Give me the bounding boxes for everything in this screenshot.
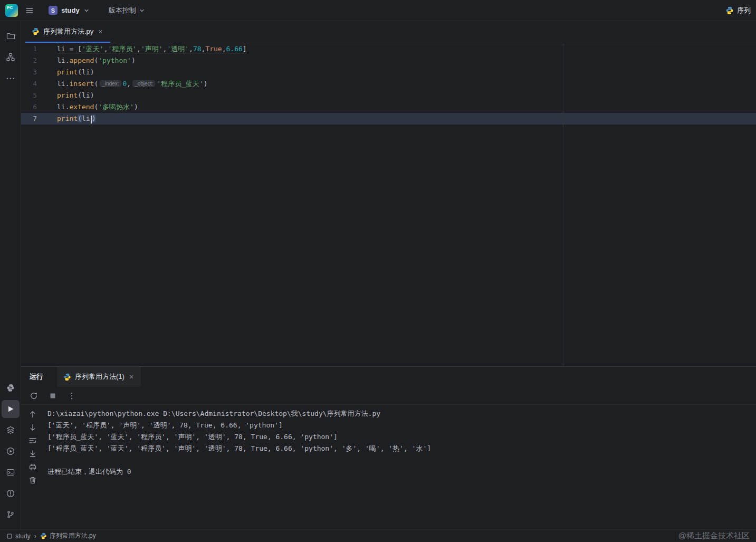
jump-up-button[interactable] xyxy=(28,410,37,419)
code-token: , xyxy=(189,45,193,53)
code-token: print xyxy=(57,115,78,122)
code-token: '程序员_蓝天' xyxy=(157,80,203,88)
sidebar-item-problems[interactable] xyxy=(2,484,20,502)
trash-icon xyxy=(28,476,37,484)
code-token: li xyxy=(82,91,90,99)
code-line[interactable]: 2li.append('python') xyxy=(21,55,756,66)
code-token: 'python' xyxy=(98,56,131,64)
console-line: 进程已结束，退出代码为 0 xyxy=(47,466,756,478)
tool-window-stripe: ⋯ xyxy=(0,21,21,529)
code-token: True xyxy=(205,45,222,53)
run-panel-title: 运行 xyxy=(30,367,43,387)
close-tab-icon[interactable]: × xyxy=(97,27,103,36)
git-branch-icon xyxy=(6,510,15,519)
sidebar-item-run-configurations[interactable] xyxy=(2,442,20,460)
rerun-icon xyxy=(30,392,38,400)
stop-icon xyxy=(49,392,57,400)
code-editor[interactable]: 1li = ['蓝天','程序员','声明','透明',78,True,6.66… xyxy=(21,43,756,366)
chevron-down-icon xyxy=(139,7,145,14)
soft-wrap-button[interactable] xyxy=(28,436,37,445)
python-icon xyxy=(63,373,71,381)
sidebar-item-project[interactable] xyxy=(2,27,20,45)
console-line: ['程序员_蓝天', '蓝天', '程序员', '声明', '透明', 78, … xyxy=(47,443,756,454)
printer-icon xyxy=(28,463,37,471)
python-console-icon xyxy=(6,384,15,392)
code-token: , xyxy=(137,45,141,53)
run-options-button[interactable]: ⋮ xyxy=(64,388,79,403)
editor-tab[interactable]: 序列常用方法.py × xyxy=(25,21,110,43)
breadcrumb-file[interactable]: 序列常用方法.py xyxy=(40,531,96,540)
run-configuration-widget[interactable]: 序列 xyxy=(725,6,751,15)
rerun-button[interactable] xyxy=(26,388,41,403)
more-icon: ⋯ xyxy=(6,74,15,83)
run-tab-label: 序列常用方法(1) xyxy=(75,372,125,382)
stripe-bottom-group xyxy=(2,377,20,525)
code-line[interactable]: 1li = ['蓝天','程序员','声明','透明',78,True,6.66… xyxy=(21,43,756,55)
status-bar: study › 序列常用方法.py @稀土掘金技术社区 xyxy=(0,529,756,542)
editor-tab-label: 序列常用方法.py xyxy=(43,27,93,36)
jump-down-button[interactable] xyxy=(28,423,37,432)
sidebar-item-run[interactable] xyxy=(2,400,20,418)
code-line[interactable]: 5print(li) xyxy=(21,90,756,101)
code-line[interactable]: 6li.extend('多喝热水') xyxy=(21,101,756,113)
code-line[interactable]: 4li.insert(_index:0,_object:'程序员_蓝天') xyxy=(21,78,756,90)
editor-tab-bar: 序列常用方法.py × xyxy=(21,21,756,43)
sidebar-item-version-control[interactable] xyxy=(2,506,20,524)
pycharm-window: PC S study 版本控制 序列 xyxy=(0,0,756,542)
module-icon xyxy=(6,533,13,539)
sidebar-item-structure[interactable] xyxy=(2,48,20,66)
code-token: '程序员' xyxy=(108,45,137,53)
code-token: li. xyxy=(57,103,69,111)
code-token: ) xyxy=(134,103,138,111)
line-number: 6 xyxy=(21,101,37,113)
code-token: extend xyxy=(69,103,94,111)
breadcrumb-separator: › xyxy=(34,533,36,540)
code-token: , xyxy=(127,80,131,88)
code-token: '多喝热水' xyxy=(98,103,134,111)
python-icon xyxy=(32,27,40,35)
services-layers-icon xyxy=(6,426,15,434)
line-number: 2 xyxy=(21,55,37,66)
code-token: ) xyxy=(90,68,94,76)
code-line[interactable]: 7print(li) xyxy=(21,113,756,125)
vcs-widget[interactable]: 版本控制 xyxy=(109,6,145,15)
sidebar-item-more-tools[interactable]: ⋯ xyxy=(2,69,20,87)
scroll-to-end-button[interactable] xyxy=(28,450,37,458)
vcs-label: 版本控制 xyxy=(109,6,136,15)
code-token: , xyxy=(222,45,226,53)
sidebar-item-python-console[interactable] xyxy=(2,379,20,397)
run-tab[interactable]: 序列常用方法(1) × xyxy=(57,367,141,387)
code-token: insert xyxy=(69,80,94,88)
code-token: '蓝天' xyxy=(82,45,104,53)
window-body: ⋯ xyxy=(0,21,756,529)
console-output[interactable]: D:\xiazai\python\python.exe D:\Users\Adm… xyxy=(44,405,756,529)
project-widget[interactable]: S study xyxy=(49,6,90,15)
code-token: ( xyxy=(78,68,82,76)
code-token: ( xyxy=(94,80,98,88)
breadcrumb-project[interactable]: study xyxy=(6,533,31,540)
code-token: append xyxy=(69,56,94,64)
code-token: = xyxy=(65,45,78,53)
run-tab-bar: 运行 序列常用方法(1) × xyxy=(21,367,756,387)
editor-area: 序列常用方法.py × 1li = ['蓝天','程序员','声明','透明',… xyxy=(21,21,756,367)
main-menu-button[interactable] xyxy=(22,3,37,18)
close-tab-icon[interactable]: × xyxy=(128,373,135,381)
clear-console-button[interactable] xyxy=(28,476,37,484)
editor-lines: 1li = ['蓝天','程序员','声明','透明',78,True,6.66… xyxy=(21,43,756,125)
line-number: 5 xyxy=(21,90,37,101)
print-button[interactable] xyxy=(28,463,37,471)
code-token: ( xyxy=(78,91,82,99)
line-number: 3 xyxy=(21,66,37,78)
code-token: ] xyxy=(243,45,247,53)
python-icon xyxy=(40,533,47,539)
run-config-name: 序列 xyxy=(737,6,751,15)
sidebar-item-terminal[interactable] xyxy=(2,463,20,481)
code-line[interactable]: 3print(li) xyxy=(21,66,756,78)
code-token: li xyxy=(82,115,90,122)
sidebar-item-services[interactable] xyxy=(2,421,20,439)
code-token: li. xyxy=(57,56,69,64)
arrow-up-icon xyxy=(28,410,37,419)
stop-button[interactable] xyxy=(45,388,60,403)
structure-icon xyxy=(6,53,15,61)
code-token: ) xyxy=(90,91,94,99)
